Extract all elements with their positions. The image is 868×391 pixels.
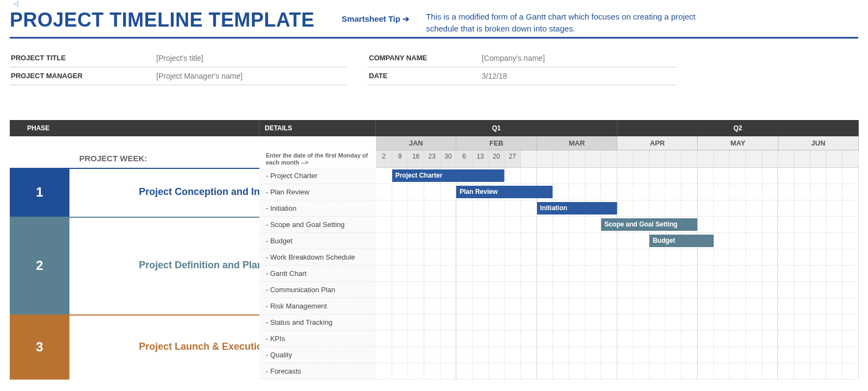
gantt-cell[interactable] xyxy=(585,363,602,380)
gantt-cell[interactable] xyxy=(762,184,778,200)
gantt-cell[interactable] xyxy=(698,266,714,282)
gantt-cell[interactable] xyxy=(681,298,698,314)
gantt-cell[interactable] xyxy=(601,298,617,314)
gantt-cell[interactable] xyxy=(537,331,553,347)
gantt-cell[interactable] xyxy=(843,282,859,298)
gantt-cell[interactable] xyxy=(521,298,537,314)
week-cell[interactable] xyxy=(810,150,827,168)
gantt-cell[interactable] xyxy=(843,233,859,249)
week-cell[interactable]: 23 xyxy=(424,150,441,168)
gantt-cell[interactable] xyxy=(778,363,794,380)
gantt-cell[interactable] xyxy=(537,168,553,184)
gantt-cell[interactable] xyxy=(424,314,441,331)
gantt-cell[interactable]: Project Charter xyxy=(392,168,409,184)
task-detail[interactable]: - Budget xyxy=(259,233,376,249)
gantt-cell[interactable] xyxy=(376,266,392,282)
gantt-cell[interactable] xyxy=(681,363,698,380)
gantt-cell[interactable] xyxy=(408,314,424,331)
gantt-cell[interactable] xyxy=(810,233,827,249)
gantt-cell[interactable] xyxy=(601,331,617,347)
gantt-cell[interactable] xyxy=(794,266,810,282)
gantt-cell[interactable] xyxy=(730,233,746,249)
gantt-bar[interactable]: Budget xyxy=(649,235,714,247)
gantt-cell[interactable] xyxy=(794,217,810,233)
gantt-cell[interactable] xyxy=(730,314,746,331)
gantt-cell[interactable] xyxy=(553,266,569,282)
gantt-cell[interactable] xyxy=(778,314,794,331)
gantt-cell[interactable] xyxy=(714,217,730,233)
week-cell[interactable] xyxy=(681,150,698,168)
gantt-cell[interactable] xyxy=(698,249,714,266)
gantt-cell[interactable]: Budget xyxy=(649,233,666,249)
gantt-cell[interactable] xyxy=(553,363,569,380)
gantt-cell[interactable] xyxy=(617,200,634,217)
gantt-cell[interactable] xyxy=(698,363,714,380)
gantt-cell[interactable] xyxy=(666,347,682,363)
gantt-cell[interactable] xyxy=(569,282,585,298)
gantt-cell[interactable] xyxy=(585,249,602,266)
gantt-cell[interactable] xyxy=(569,217,585,233)
gantt-cell[interactable] xyxy=(649,298,666,314)
gantt-cell[interactable] xyxy=(746,331,762,347)
gantt-cell[interactable] xyxy=(826,331,843,347)
meta-value-date[interactable]: 3/12/18 xyxy=(476,67,677,85)
smartsheet-tip-link[interactable]: Smartsheet Tip ➔ xyxy=(342,14,410,24)
gantt-cell[interactable] xyxy=(392,233,409,249)
gantt-cell[interactable] xyxy=(746,184,762,200)
gantt-cell[interactable] xyxy=(376,347,392,363)
task-detail[interactable]: - Work Breakdown Schedule xyxy=(259,249,376,266)
gantt-cell[interactable]: Plan Review xyxy=(456,184,473,200)
gantt-cell[interactable] xyxy=(473,249,489,266)
gantt-cell[interactable] xyxy=(698,331,714,347)
gantt-cell[interactable] xyxy=(456,233,473,249)
gantt-cell[interactable] xyxy=(537,347,553,363)
gantt-cell[interactable] xyxy=(456,282,473,298)
gantt-cell[interactable] xyxy=(810,217,827,233)
gantt-cell[interactable] xyxy=(794,314,810,331)
gantt-cell[interactable] xyxy=(843,298,859,314)
gantt-cell[interactable] xyxy=(698,184,714,200)
gantt-cell[interactable] xyxy=(762,200,778,217)
gantt-cell[interactable] xyxy=(489,298,505,314)
gantt-cell[interactable] xyxy=(762,217,778,233)
gantt-cell[interactable] xyxy=(521,249,537,266)
gantt-cell[interactable] xyxy=(843,168,859,184)
task-detail[interactable]: - Initiation xyxy=(259,200,376,217)
gantt-cell[interactable] xyxy=(730,266,746,282)
week-cell[interactable]: 9 xyxy=(392,150,409,168)
gantt-cell[interactable] xyxy=(424,298,441,314)
gantt-cell[interactable] xyxy=(714,266,730,282)
gantt-cell[interactable] xyxy=(634,314,650,331)
gantt-cell[interactable] xyxy=(424,282,441,298)
gantt-cell[interactable] xyxy=(794,331,810,347)
gantt-cell[interactable] xyxy=(585,217,602,233)
gantt-cell[interactable] xyxy=(681,249,698,266)
gantt-cell[interactable] xyxy=(553,298,569,314)
gantt-cell[interactable] xyxy=(537,282,553,298)
gantt-cell[interactable] xyxy=(489,266,505,282)
gantt-cell[interactable] xyxy=(681,331,698,347)
gantt-cell[interactable] xyxy=(456,217,473,233)
gantt-cell[interactable] xyxy=(473,314,489,331)
gantt-cell[interactable] xyxy=(601,347,617,363)
gantt-cell[interactable] xyxy=(376,217,392,233)
gantt-cell[interactable] xyxy=(553,184,569,200)
week-cell[interactable] xyxy=(601,150,617,168)
gantt-cell[interactable] xyxy=(392,314,409,331)
gantt-cell[interactable] xyxy=(441,363,457,380)
gantt-cell[interactable] xyxy=(810,249,827,266)
gantt-cell[interactable] xyxy=(634,363,650,380)
gantt-cell[interactable] xyxy=(441,314,457,331)
gantt-cell[interactable] xyxy=(569,233,585,249)
gantt-cell[interactable] xyxy=(714,200,730,217)
gantt-cell[interactable] xyxy=(746,249,762,266)
gantt-cell[interactable] xyxy=(424,200,441,217)
week-cell[interactable] xyxy=(843,150,859,168)
gantt-cell[interactable] xyxy=(489,233,505,249)
gantt-cell[interactable] xyxy=(810,282,827,298)
gantt-cell[interactable] xyxy=(553,314,569,331)
gantt-cell[interactable] xyxy=(746,217,762,233)
gantt-cell[interactable] xyxy=(826,314,843,331)
gantt-cell[interactable] xyxy=(617,298,634,314)
gantt-cell[interactable] xyxy=(408,266,424,282)
